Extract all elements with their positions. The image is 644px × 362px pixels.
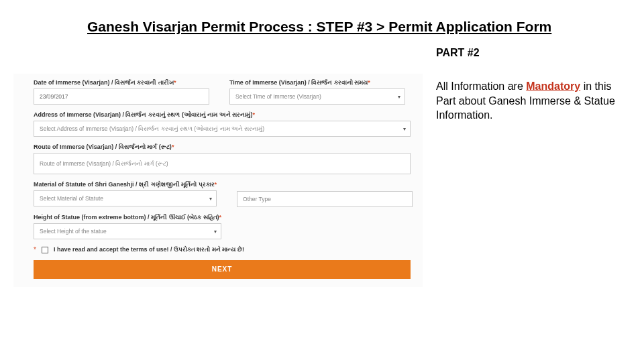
terms-text: I have read and accept the terms of use!… [54, 246, 244, 253]
chevron-down-icon: ▾ [398, 94, 400, 100]
select-address[interactable]: Select Address of Immerse (Visarjan) / વ… [34, 121, 411, 137]
select-height[interactable]: Select Height of the statue ▾ [34, 223, 221, 239]
field-height: Height of Statue (from extreme bottom) /… [34, 214, 221, 239]
input-date-value: 23/09/2017 [40, 93, 68, 100]
terms-asterisk: * [34, 246, 36, 253]
terms-checkbox[interactable] [42, 247, 48, 253]
terms-row: * I have read and accept the terms of us… [34, 246, 411, 253]
label-address: Address of Immerse (Visarjan) / વિસર્જન … [34, 111, 411, 119]
label-material: Material of Statute of Shri Ganeshji / શ… [34, 181, 217, 188]
input-other-type[interactable]: Other Type [237, 191, 413, 207]
field-material: Material of Statute of Shri Ganeshji / શ… [34, 181, 217, 207]
form-area: Date of Immerse (Visarjan) / વિસર્જન કરવ… [13, 74, 423, 287]
input-route-placeholder: Route of Immerse (Visarjan) / વિસર્જનનો … [40, 160, 168, 168]
input-route[interactable]: Route of Immerse (Visarjan) / વિસર્જનનો … [34, 153, 411, 174]
input-date[interactable]: 23/09/2017 [34, 88, 209, 105]
part-label: PART #2 [436, 47, 624, 59]
info-mandatory: Mandatory [526, 80, 580, 92]
label-date: Date of Immerse (Visarjan) / વિસર્જન કરવ… [34, 79, 209, 86]
label-height: Height of Statue (from extreme bottom) /… [34, 214, 221, 221]
input-other-type-placeholder: Other Type [243, 196, 271, 202]
info-text: All Information are Mandatory in this Pa… [436, 79, 624, 123]
label-route: Route of Immerse (Visarjan) / વિસર્જનનો … [34, 143, 411, 151]
field-address: Address of Immerse (Visarjan) / વિસર્જન … [34, 111, 411, 137]
field-route: Route of Immerse (Visarjan) / વિસર્જનનો … [34, 143, 411, 174]
field-date: Date of Immerse (Visarjan) / વિસર્જન કરવ… [34, 79, 209, 105]
chevron-down-icon: ▾ [214, 229, 217, 235]
select-address-placeholder: Select Address of Immerse (Visarjan) / વ… [40, 125, 264, 133]
info-pre: All Information are [436, 80, 526, 92]
label-time: Time of Immerse (Visarjan) / વિસર્જન કરવ… [229, 79, 405, 86]
page-title: Ganesh Visarjan Permit Process : STEP #3… [87, 19, 551, 35]
chevron-down-icon: ▾ [209, 196, 212, 202]
select-time-placeholder: Select Time of Immerse (Visarjan) [235, 93, 321, 100]
select-material-placeholder: Select Material of Statute [40, 195, 103, 202]
select-height-placeholder: Select Height of the statue [40, 228, 107, 235]
select-material[interactable]: Select Material of Statute ▾ [34, 190, 217, 206]
select-time[interactable]: Select Time of Immerse (Visarjan) ▾ [229, 88, 405, 105]
field-other-type: Other Type [237, 181, 413, 207]
next-button[interactable]: NEXT [34, 260, 411, 279]
sidebar: PART #2 All Information are Mandatory in… [436, 47, 624, 123]
field-time: Time of Immerse (Visarjan) / વિસર્જન કરવ… [229, 79, 405, 105]
chevron-down-icon: ▾ [403, 126, 406, 132]
